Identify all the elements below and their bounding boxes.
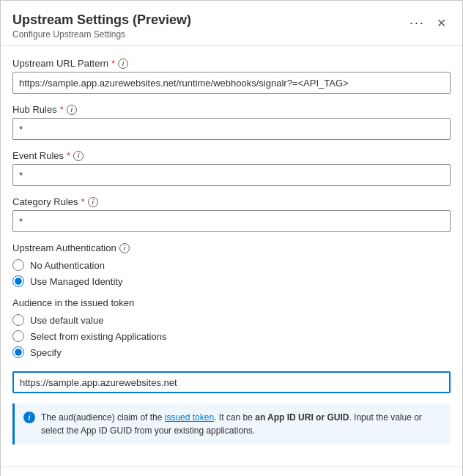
specify-radio[interactable]: [12, 346, 24, 358]
hub-rules-label-text: Hub Rules: [12, 104, 57, 115]
audience-radio-group: Use default value Select from existing A…: [12, 314, 451, 358]
close-icon: ✕: [437, 16, 446, 30]
upstream-settings-dialog: Upstream Settings (Preview) Configure Up…: [0, 0, 463, 476]
dialog-title: Upstream Settings (Preview): [12, 12, 191, 28]
hub-rules-group: Hub Rules * i: [12, 104, 451, 140]
upstream-url-label-text: Upstream URL Pattern: [12, 58, 108, 69]
default-value-label: Use default value: [30, 315, 103, 326]
hub-rules-label: Hub Rules * i: [12, 104, 451, 115]
hub-rules-info-icon[interactable]: i: [67, 105, 77, 115]
specify-value-input[interactable]: [12, 371, 451, 393]
category-rules-input[interactable]: [12, 210, 451, 232]
upstream-auth-info-icon[interactable]: i: [119, 243, 130, 253]
info-text-middle: . It can be: [214, 412, 255, 423]
info-box-text: The aud(audience) claim of the issued to…: [41, 411, 442, 437]
existing-apps-label: Select from existing Applications: [30, 331, 166, 342]
specify-radio-item[interactable]: Specify: [12, 346, 451, 358]
ellipsis-icon: ···: [410, 15, 425, 31]
header-actions: ··· ✕: [405, 12, 451, 34]
upstream-url-pattern-group: Upstream URL Pattern * i: [12, 58, 451, 94]
upstream-auth-label: Upstream Authentication i: [12, 242, 451, 253]
audience-label-text: Audience in the issued token: [12, 297, 134, 308]
upstream-auth-label-text: Upstream Authentication: [12, 242, 116, 253]
existing-apps-radio[interactable]: [12, 330, 24, 342]
info-box: i The aud(audience) claim of the issued …: [12, 404, 451, 445]
audience-section-label: Audience in the issued token: [12, 297, 451, 308]
no-auth-radio[interactable]: [12, 259, 24, 271]
close-button[interactable]: ✕: [432, 13, 451, 33]
category-rules-info-icon[interactable]: i: [88, 197, 98, 207]
specify-label: Specify: [30, 347, 62, 358]
event-required-star: *: [67, 150, 70, 161]
dialog-body: Upstream URL Pattern * i Hub Rules * i E…: [1, 46, 462, 466]
category-required-star: *: [81, 196, 85, 207]
default-value-radio-item[interactable]: Use default value: [12, 314, 451, 326]
dialog-header: Upstream Settings (Preview) Configure Up…: [1, 1, 462, 46]
event-rules-input[interactable]: [12, 164, 451, 186]
event-rules-label-text: Event Rules: [12, 150, 64, 161]
category-rules-label: Category Rules * i: [12, 196, 451, 207]
issued-token-link[interactable]: issued token: [165, 412, 214, 423]
dialog-subtitle: Configure Upstream Settings: [12, 29, 191, 40]
upstream-url-input[interactable]: [12, 72, 451, 94]
audience-group: Audience in the issued token Use default…: [12, 297, 451, 393]
default-value-radio[interactable]: [12, 314, 24, 326]
info-text-before: The aud(audience) claim of the: [41, 412, 165, 423]
dialog-footer: Confirm Cancel: [1, 466, 462, 476]
upstream-url-info-icon[interactable]: i: [118, 59, 128, 69]
managed-identity-label: Use Managed Identity: [30, 276, 122, 287]
upstream-url-label: Upstream URL Pattern * i: [12, 58, 451, 69]
event-rules-info-icon[interactable]: i: [73, 151, 84, 161]
existing-apps-radio-item[interactable]: Select from existing Applications: [12, 330, 451, 342]
managed-identity-radio[interactable]: [12, 275, 24, 287]
no-auth-label: No Authentication: [30, 260, 105, 271]
dialog-title-area: Upstream Settings (Preview) Configure Up…: [12, 12, 191, 40]
hub-rules-input[interactable]: [12, 118, 451, 140]
event-rules-label: Event Rules * i: [12, 150, 451, 161]
info-bold-text: an App ID URI or GUID: [255, 412, 349, 423]
upstream-auth-group: Upstream Authentication i No Authenticat…: [12, 242, 451, 287]
category-rules-group: Category Rules * i: [12, 196, 451, 232]
managed-identity-radio-item[interactable]: Use Managed Identity: [12, 275, 451, 287]
event-rules-group: Event Rules * i: [12, 150, 451, 186]
required-star: *: [111, 58, 115, 69]
no-auth-radio-item[interactable]: No Authentication: [12, 259, 451, 271]
more-options-button[interactable]: ···: [405, 12, 429, 34]
hub-required-star: *: [60, 104, 64, 115]
upstream-auth-radio-group: No Authentication Use Managed Identity: [12, 259, 451, 287]
title-text: Upstream Settings (Preview): [12, 12, 191, 28]
info-box-icon: i: [23, 412, 35, 423]
category-rules-label-text: Category Rules: [12, 196, 78, 207]
